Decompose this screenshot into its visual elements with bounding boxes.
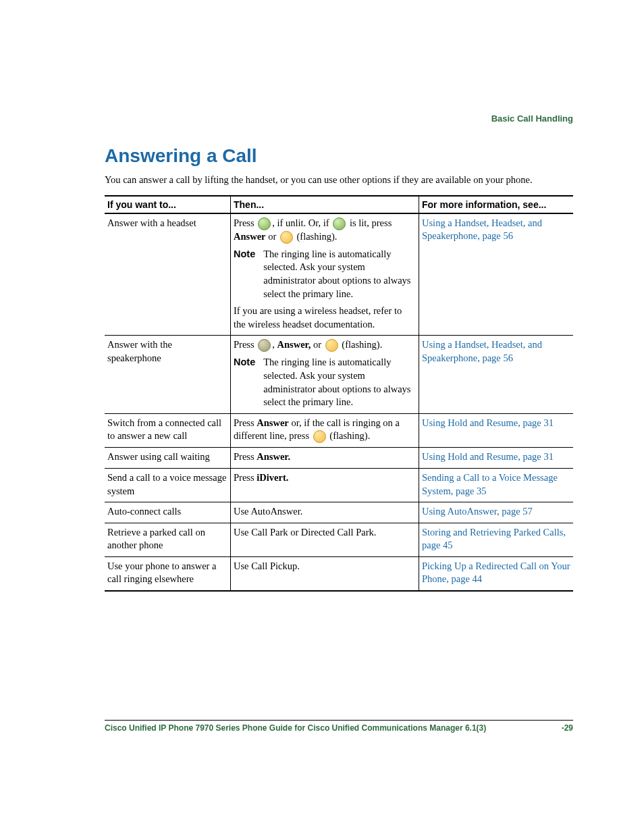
page-number: -29 [562, 723, 573, 733]
table-row: Answer with the speakerphone Press , Ans… [105, 336, 573, 413]
then-cell: Press , if unlit. Or, if is lit, press A… [231, 213, 419, 336]
info-cell: Sending a Call to a Voice Message System… [419, 469, 574, 502]
intro-paragraph: You can answer a call by lifting the han… [105, 174, 573, 187]
table-row: Retrieve a parked call on another phone … [105, 523, 573, 556]
then-text: , if unlit. Or, if [272, 217, 331, 228]
then-cell: Press iDivert. [231, 469, 419, 502]
then-cell: Press Answer. [231, 448, 419, 469]
cross-reference-link[interactable]: Storing and Retrieving Parked Calls, pag… [422, 527, 566, 551]
cross-reference-link[interactable]: Using a Handset, Headset, and Speakerpho… [422, 339, 542, 363]
cross-reference-link[interactable]: Using a Handset, Headset, and Speakerpho… [422, 217, 542, 242]
want-cell: Answer with the speakerphone [105, 336, 231, 413]
info-cell: Using Hold and Resume, page 31 [419, 413, 574, 448]
then-text: (flashing). [294, 231, 338, 242]
want-cell: Switch from a connected call to answer a… [105, 413, 231, 448]
info-cell: Using Hold and Resume, page 31 [419, 448, 574, 469]
line-button-icon [325, 339, 338, 352]
header-then: Then... [231, 196, 419, 213]
then-text: Press [234, 417, 257, 428]
note-body: The ringing line is automatically select… [263, 248, 416, 301]
then-text: Press [234, 451, 257, 462]
document-page: Basic Call Handling Answering a Call You… [0, 0, 644, 834]
info-cell: Storing and Retrieving Parked Calls, pag… [419, 523, 574, 556]
footer-title: Cisco Unified IP Phone 7970 Series Phone… [105, 723, 486, 733]
instructions-table: If you want to... Then... For more infor… [105, 195, 573, 592]
table-row: Answer using call waiting Press Answer. … [105, 448, 573, 469]
then-text: (flashing). [340, 339, 383, 350]
note: Note The ringing line is automatically s… [234, 248, 416, 301]
line-button-icon [280, 231, 293, 244]
table-row: Auto-connect calls Use AutoAnswer. Using… [105, 502, 573, 523]
table-row: Switch from a connected call to answer a… [105, 413, 573, 448]
cross-reference-link[interactable]: Using Hold and Resume, page 31 [422, 417, 554, 428]
then-cell: Press , Answer, or (flashing). Note The … [231, 336, 419, 413]
idivert-softkey: iDivert. [257, 472, 288, 483]
headset-button-icon [333, 217, 346, 230]
cross-reference-link[interactable]: Using AutoAnswer, page 57 [422, 506, 533, 517]
then-cell: Use Call Pickup. [231, 556, 419, 591]
note-label: Note [234, 356, 263, 409]
header-info: For more information, see... [419, 196, 574, 213]
answer-softkey: Answer. [257, 451, 290, 462]
info-cell: Using a Handset, Headset, and Speakerpho… [419, 213, 574, 336]
answer-softkey: Answer, [277, 339, 311, 350]
want-cell: Answer with a headset [105, 213, 231, 336]
want-cell: Answer using call waiting [105, 448, 231, 469]
then-cell: Use Call Park or Directed Call Park. [231, 523, 419, 556]
table-header-row: If you want to... Then... For more infor… [105, 196, 573, 213]
want-cell: Auto-connect calls [105, 502, 231, 523]
then-text: Press [234, 217, 257, 228]
note-body: The ringing line is automatically select… [263, 356, 416, 409]
line-button-icon [313, 430, 326, 443]
answer-softkey: Answer [257, 417, 289, 428]
cross-reference-link[interactable]: Picking Up a Redirected Call on Your Pho… [422, 561, 570, 585]
running-header: Basic Call Handling [491, 113, 573, 124]
wireless-note: If you are using a wireless headset, ref… [234, 305, 416, 331]
speaker-button-icon [258, 339, 271, 352]
cross-reference-link[interactable]: Using Hold and Resume, page 31 [422, 451, 554, 462]
info-cell: Using AutoAnswer, page 57 [419, 502, 574, 523]
then-text: is lit, press [347, 217, 392, 228]
cross-reference-link[interactable]: Sending a Call to a Voice Message System… [422, 472, 558, 496]
info-cell: Using a Handset, Headset, and Speakerpho… [419, 336, 574, 413]
table-row: Answer with a headset Press , if unlit. … [105, 213, 573, 336]
then-cell: Press Answer or, if the call is ringing … [231, 413, 419, 448]
headset-button-icon [258, 217, 271, 230]
then-cell: Use AutoAnswer. [231, 502, 419, 523]
then-text: (flashing). [327, 430, 371, 441]
want-cell: Retrieve a parked call on another phone [105, 523, 231, 556]
then-text: Press [234, 339, 257, 350]
want-cell: Use your phone to answer a call ringing … [105, 556, 231, 591]
then-text: or [311, 339, 323, 350]
page-title: Answering a Call [105, 145, 573, 167]
then-text: or [266, 231, 279, 242]
info-cell: Picking Up a Redirected Call on Your Pho… [419, 556, 574, 591]
table-row: Use your phone to answer a call ringing … [105, 556, 573, 591]
want-cell: Send a call to a voice message system [105, 469, 231, 502]
note-label: Note [234, 248, 263, 301]
table-row: Send a call to a voice message system Pr… [105, 469, 573, 502]
answer-softkey: Answer [234, 231, 266, 242]
page-footer: Cisco Unified IP Phone 7970 Series Phone… [105, 720, 573, 733]
then-text: Press [234, 472, 257, 483]
header-want: If you want to... [105, 196, 231, 213]
then-text: , [272, 339, 277, 350]
note: Note The ringing line is automatically s… [234, 356, 416, 409]
